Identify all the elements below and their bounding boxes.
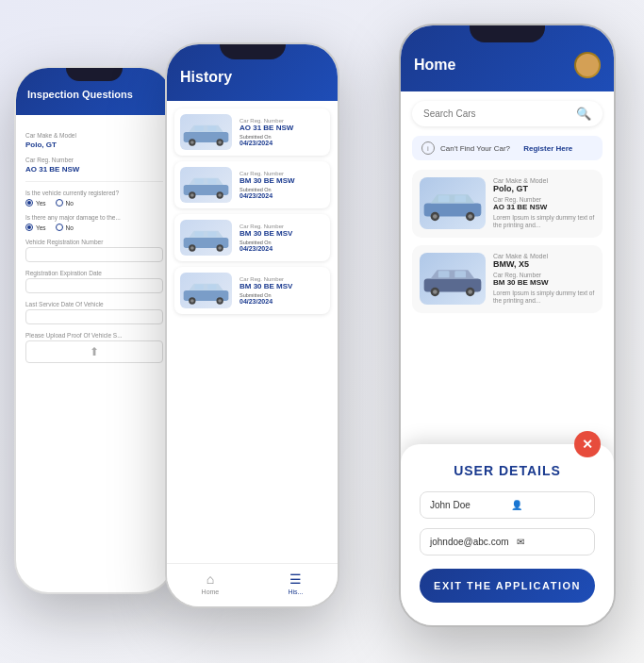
reg-label2: Car Reg. Number [493,272,595,278]
history-car-image [180,273,232,308]
vehicle-reg-input[interactable] [25,247,163,262]
reg-value: AO 31 BE NSW [493,203,595,211]
nav-home[interactable]: ⌂ Home [202,572,220,595]
reg-expiry-label: Registration Expiration Date [25,270,163,276]
avatar[interactable] [574,52,601,78]
reg-num: BM 30 BE MSV [239,282,324,290]
name-input-field[interactable]: John Doe 👤 [420,491,595,519]
phone1-body: Car Make & Model Polo, GT Car Reg. Numbe… [16,115,173,377]
reg-expiry-input[interactable] [25,278,163,293]
make-label: Car Make & Model [493,177,595,184]
no-option-1[interactable]: No [56,199,74,207]
car-card-info: Car Make & Model Polo, GT Car Reg. Numbe… [493,177,595,230]
make-label: Car Make & Model [493,253,595,259]
svg-point-25 [190,299,194,303]
search-input[interactable] [423,108,569,119]
svg-point-39 [433,290,438,294]
reg-num: BM 30 BE MSW [239,176,324,185]
svg-rect-8 [195,179,204,185]
history-car-image [180,167,232,203]
svg-point-34 [468,214,472,219]
submitted-date: 04/23/2024 [239,298,324,305]
history-item-info: Car Reg. Number BM 30 BE MSV Submitted O… [239,276,324,305]
car-card-info: Car Make & Model BMW, X5 Car Reg. Number… [493,253,595,306]
svg-rect-37 [454,271,466,277]
svg-rect-22 [195,285,204,290]
question1-radios: Yes No [25,199,163,207]
question2-label: Is there any major damage to the... [25,214,163,221]
svg-point-27 [218,299,222,303]
svg-rect-15 [195,232,204,238]
upload-label: Please Upload Proof Of Vehicle S... [25,332,163,339]
phone1-header: Inspection Questions [16,68,173,115]
yes-radio-2[interactable] [25,224,33,231]
car-card-image [420,253,486,305]
svg-point-6 [218,141,222,144]
make-value: BMW, X5 [493,259,595,269]
cant-find-text: Can't Find Your Car? [440,144,510,153]
question1-label: Is the vehicle currently registered? [25,190,163,196]
history-item[interactable]: Car Reg. Number BM 30 BE MSV Submitted O… [174,267,330,314]
history-item[interactable]: Car Reg. Number BM 30 BE MSV Submitted O… [174,214,330,261]
car-card[interactable]: Car Make & Model BMW, X5 Car Reg. Number… [412,245,603,313]
email-input-field[interactable]: johndoe@abc.com ✉ [420,528,595,555]
car-card-image [420,177,486,229]
svg-point-20 [218,246,222,250]
phone3-header: Home [401,25,614,91]
svg-point-32 [433,214,438,219]
history-item[interactable]: Car Reg. Number BM 30 BE MSW Submitted O… [174,161,330,208]
no-radio-2[interactable] [56,224,63,231]
no-radio-1[interactable] [56,199,63,207]
yes-option-1[interactable]: Yes [25,199,46,207]
car-card[interactable]: Car Make & Model Polo, GT Car Reg. Numbe… [412,170,603,238]
upload-icon: ⬆ [90,345,99,358]
history-item-info: Car Reg. Number AO 31 BE NSW Submitted O… [239,118,324,146]
yes-radio-1[interactable] [25,199,33,207]
nav-home-label: Home [202,588,220,595]
yes-option-2[interactable]: Yes [25,224,46,231]
submitted-date: 04/23/2024 [239,245,324,252]
person-icon: 👤 [511,500,585,510]
avatar-face [576,54,599,76]
reg-num: BM 30 BE MSV [239,229,324,238]
make-value: Polo, GT [493,184,595,193]
no-option-2[interactable]: No [56,224,74,231]
svg-rect-30 [454,195,466,202]
car-desc: Lorem Ipsum is simply dummy text of the … [493,290,595,306]
last-service-input[interactable] [25,309,163,324]
user-details-modal: ✕ USER DETAILS John Doe 👤 johndoe@abc.co… [401,444,614,625]
upload-input[interactable]: ⬆ [25,340,163,363]
car-desc: Lorem Ipsum is simply dummy text of the … [493,214,595,230]
register-link[interactable]: Register Here [523,144,572,153]
car-reg-label: Car Reg. Number [25,157,163,163]
svg-rect-29 [438,195,450,202]
submitted-date: 04/23/2024 [239,140,324,146]
search-bar[interactable]: 🔍 [412,101,603,126]
svg-rect-23 [207,285,216,290]
history-icon: ☰ [289,572,302,587]
history-car-image [180,114,232,150]
exit-button[interactable]: EXIT THE APPLICATION [420,569,595,603]
cant-find-banner: i Can't Find Your Car? Register Here [412,136,603,160]
vehicle-reg-label: Vehicle Registration Number [25,239,163,245]
history-list: Car Reg. Number AO 31 BE NSW Submitted O… [167,101,338,327]
svg-point-4 [190,141,194,144]
car-cards-container: Car Make & Model Polo, GT Car Reg. Numbe… [401,170,614,313]
submitted-date: 04/23/2024 [239,192,324,199]
nav-history[interactable]: ☰ His... [288,572,303,595]
modal-close-button[interactable]: ✕ [574,431,601,457]
search-icon: 🔍 [576,107,591,121]
phone1-title: Inspection Questions [27,89,161,100]
history-item[interactable]: Car Reg. Number AO 31 BE NSW Submitted O… [174,108,330,156]
email-icon: ✉ [517,537,585,547]
car-reg-value: AO 31 BE NSW [25,165,163,174]
last-service-label: Last Service Date Of Vehicle [25,301,163,307]
name-value: John Doe [430,500,504,510]
svg-rect-1 [195,126,204,132]
reg-value: BM 30 BE MSW [493,278,595,287]
svg-rect-9 [207,179,216,185]
question2-radios: Yes No [25,224,163,231]
svg-point-41 [468,290,472,294]
phone-history: History Car Reg. Number AO 31 BE NSW Sub… [165,42,339,608]
modal-title: USER DETAILS [420,463,595,478]
